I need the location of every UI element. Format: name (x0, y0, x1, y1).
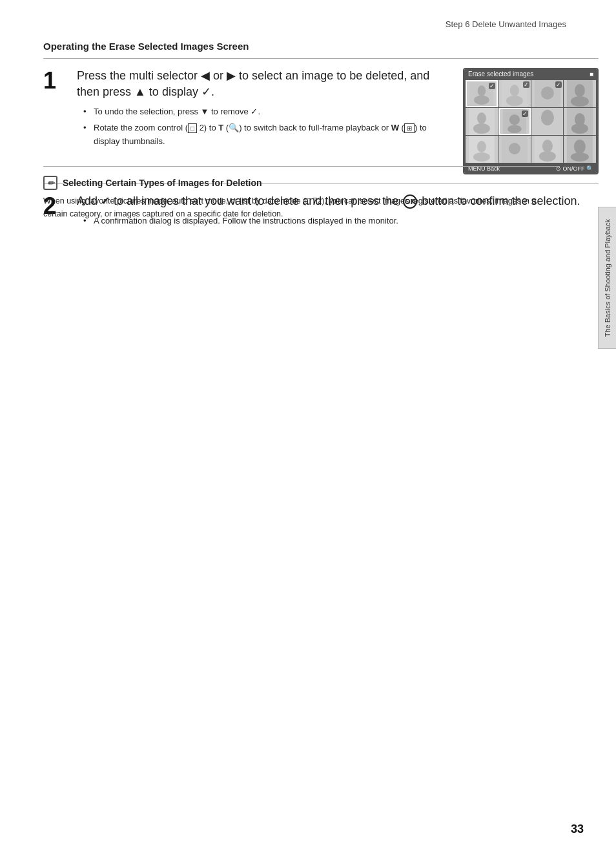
page-header: Step 6 Delete Unwanted Images (43, 19, 599, 29)
thumb-9 (466, 136, 498, 163)
svg-point-21 (571, 123, 588, 134)
svg-point-12 (477, 112, 486, 124)
svg-point-31 (574, 140, 586, 154)
svg-point-10 (571, 96, 589, 107)
svg-point-15 (509, 114, 519, 125)
step1-block: 1 Press the multi selector ◀ or ▶ to sel… (43, 58, 599, 183)
thumb-10 (498, 136, 531, 163)
step1-number: 1 (43, 68, 72, 174)
step1-bullet-2: Rotate the zoom control (□ 2) to T (🔍) t… (83, 121, 450, 149)
thumb-4 (564, 80, 596, 107)
step1-text: Press the multi selector ◀ or ▶ to selec… (77, 68, 450, 100)
step1-bullet-1: To undo the selection, press ▼ to remove… (83, 105, 450, 119)
note-icon: ✏ (43, 176, 57, 190)
page-number: 33 (571, 823, 584, 836)
camera-screen: Erase selected images ■ ✓ (463, 68, 599, 174)
svg-point-1 (478, 85, 486, 96)
svg-point-5 (506, 96, 523, 106)
screen-icon: ■ (590, 70, 593, 78)
thumb-8 (564, 108, 596, 135)
svg-point-7 (540, 87, 553, 100)
svg-point-29 (539, 151, 555, 162)
screen-title: Erase selected images (468, 70, 533, 78)
svg-point-23 (477, 141, 486, 152)
note-title: Selecting Certain Types of Images for De… (63, 178, 262, 188)
note-section: ✏ Selecting Certain Types of Images for … (43, 166, 560, 220)
svg-point-2 (474, 96, 489, 105)
svg-point-18 (540, 110, 553, 125)
screen-grid: ✓ ✓ ✓ (464, 79, 597, 164)
sidebar-tab: The Basics of Shooting and Playback (598, 207, 616, 349)
svg-point-16 (508, 125, 522, 133)
onoff-label: ⊙ ON/OFF 🔍 (556, 165, 593, 172)
sidebar-tab-text: The Basics of Shooting and Playback (604, 219, 611, 337)
thumb-3: ✓ (531, 80, 564, 107)
svg-point-28 (542, 140, 552, 152)
step1-bullets: To undo the selection, press ▼ to remove… (77, 105, 450, 148)
svg-point-26 (509, 143, 520, 154)
camera-screen-inner: Erase selected images ■ ✓ (463, 68, 599, 174)
thumb-7 (531, 108, 564, 135)
thumb-11 (531, 136, 564, 163)
screen-header: Erase selected images ■ (464, 69, 597, 79)
header-text: Step 6 Delete Unwanted Images (446, 19, 566, 29)
note-body: When using favorite pictures mode, auto … (43, 195, 560, 220)
thumb-2: ✓ (498, 80, 531, 107)
svg-point-32 (571, 152, 589, 162)
thumb-1: ✓ (466, 80, 498, 107)
note-title-row: ✏ Selecting Certain Types of Images for … (43, 176, 560, 190)
step1-content: Press the multi selector ◀ or ▶ to selec… (72, 68, 450, 174)
svg-point-9 (575, 84, 585, 97)
svg-point-24 (473, 152, 490, 162)
thumb-6: ✓ (498, 108, 531, 135)
section-title: Operating the Erase Selected Images Scre… (43, 41, 599, 52)
thumb-12 (564, 136, 596, 163)
svg-point-13 (473, 123, 490, 134)
thumb-5 (466, 108, 498, 135)
svg-point-4 (510, 85, 519, 96)
